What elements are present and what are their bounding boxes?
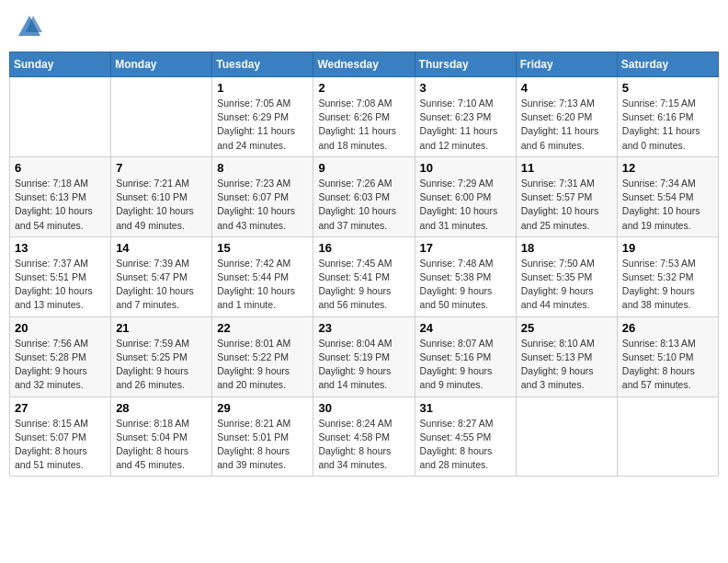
day-info: Sunrise: 8:27 AM Sunset: 4:55 PM Dayligh… [420,417,511,473]
calendar-cell: 31Sunrise: 8:27 AM Sunset: 4:55 PM Dayli… [415,396,516,477]
calendar-cell: 1Sunrise: 7:05 AM Sunset: 6:29 PM Daylig… [212,77,313,157]
day-info: Sunrise: 8:15 AM Sunset: 5:07 PM Dayligh… [15,417,106,473]
day-info: Sunrise: 7:08 AM Sunset: 6:26 PM Dayligh… [318,97,409,153]
day-number: 11 [521,161,612,175]
calendar-cell: 13Sunrise: 7:37 AM Sunset: 5:51 PM Dayli… [10,236,111,316]
calendar-cell: 24Sunrise: 8:07 AM Sunset: 5:16 PM Dayli… [415,316,516,396]
calendar-cell: 15Sunrise: 7:42 AM Sunset: 5:44 PM Dayli… [212,236,313,316]
calendar-table: SundayMondayTuesdayWednesdayThursdayFrid… [9,52,719,477]
weekday-header-thursday: Thursday [415,52,516,77]
day-info: Sunrise: 7:21 AM Sunset: 6:10 PM Dayligh… [116,177,207,233]
week-row-3: 13Sunrise: 7:37 AM Sunset: 5:51 PM Dayli… [10,236,719,316]
calendar-cell: 3Sunrise: 7:10 AM Sunset: 6:23 PM Daylig… [415,77,516,157]
day-info: Sunrise: 8:07 AM Sunset: 5:16 PM Dayligh… [420,337,511,393]
calendar-cell: 7Sunrise: 7:21 AM Sunset: 6:10 PM Daylig… [111,156,212,236]
calendar-cell: 12Sunrise: 7:34 AM Sunset: 5:54 PM Dayli… [617,156,718,236]
day-number: 10 [420,161,511,175]
weekday-header-saturday: Saturday [617,52,718,77]
day-number: 3 [420,81,511,95]
day-number: 12 [622,161,713,175]
day-info: Sunrise: 7:13 AM Sunset: 6:20 PM Dayligh… [521,97,612,153]
day-info: Sunrise: 7:15 AM Sunset: 6:16 PM Dayligh… [622,97,713,153]
day-info: Sunrise: 7:18 AM Sunset: 6:13 PM Dayligh… [15,177,106,233]
weekday-header-tuesday: Tuesday [212,52,313,77]
day-number: 24 [420,321,511,335]
calendar-cell: 26Sunrise: 8:13 AM Sunset: 5:10 PM Dayli… [617,316,718,396]
day-number: 21 [116,321,207,335]
weekday-header-wednesday: Wednesday [313,52,415,77]
calendar-cell: 6Sunrise: 7:18 AM Sunset: 6:13 PM Daylig… [10,156,111,236]
day-number: 17 [420,241,511,255]
day-info: Sunrise: 7:31 AM Sunset: 5:57 PM Dayligh… [521,177,612,233]
logo-icon [17,14,42,40]
calendar-cell: 23Sunrise: 8:04 AM Sunset: 5:19 PM Dayli… [313,316,415,396]
weekday-header-row: SundayMondayTuesdayWednesdayThursdayFrid… [10,52,719,77]
day-info: Sunrise: 8:01 AM Sunset: 5:22 PM Dayligh… [217,337,308,393]
day-info: Sunrise: 7:37 AM Sunset: 5:51 PM Dayligh… [15,257,106,313]
calendar-cell: 16Sunrise: 7:45 AM Sunset: 5:41 PM Dayli… [313,236,415,316]
day-number: 13 [15,241,106,255]
calendar-cell: 30Sunrise: 8:24 AM Sunset: 4:58 PM Dayli… [313,396,415,477]
day-number: 16 [318,241,409,255]
day-info: Sunrise: 7:59 AM Sunset: 5:25 PM Dayligh… [116,337,207,393]
day-number: 23 [318,321,409,335]
day-info: Sunrise: 7:39 AM Sunset: 5:47 PM Dayligh… [116,257,207,313]
day-info: Sunrise: 7:10 AM Sunset: 6:23 PM Dayligh… [420,97,511,153]
week-row-2: 6Sunrise: 7:18 AM Sunset: 6:13 PM Daylig… [10,156,719,236]
day-number: 29 [217,401,308,415]
day-info: Sunrise: 8:21 AM Sunset: 5:01 PM Dayligh… [217,417,308,473]
calendar-cell: 29Sunrise: 8:21 AM Sunset: 5:01 PM Dayli… [212,396,313,477]
calendar-cell: 27Sunrise: 8:15 AM Sunset: 5:07 PM Dayli… [10,396,111,477]
calendar-cell: 20Sunrise: 7:56 AM Sunset: 5:28 PM Dayli… [10,316,111,396]
day-number: 30 [318,401,409,415]
day-info: Sunrise: 7:45 AM Sunset: 5:41 PM Dayligh… [318,257,409,313]
calendar-cell [617,396,718,477]
page-header [9,9,719,44]
day-info: Sunrise: 8:13 AM Sunset: 5:10 PM Dayligh… [622,337,713,393]
day-info: Sunrise: 8:10 AM Sunset: 5:13 PM Dayligh… [521,337,612,393]
day-info: Sunrise: 8:24 AM Sunset: 4:58 PM Dayligh… [318,417,409,473]
day-info: Sunrise: 8:18 AM Sunset: 5:04 PM Dayligh… [116,417,207,473]
day-number: 20 [15,321,106,335]
week-row-5: 27Sunrise: 8:15 AM Sunset: 5:07 PM Dayli… [10,396,719,477]
day-number: 8 [217,161,308,175]
week-row-4: 20Sunrise: 7:56 AM Sunset: 5:28 PM Dayli… [10,316,719,396]
day-number: 19 [622,241,713,255]
calendar-cell: 10Sunrise: 7:29 AM Sunset: 6:00 PM Dayli… [415,156,516,236]
day-number: 2 [318,81,409,95]
day-info: Sunrise: 7:53 AM Sunset: 5:32 PM Dayligh… [622,257,713,313]
calendar-cell: 19Sunrise: 7:53 AM Sunset: 5:32 PM Dayli… [617,236,718,316]
calendar-cell: 22Sunrise: 8:01 AM Sunset: 5:22 PM Dayli… [212,316,313,396]
weekday-header-monday: Monday [111,52,212,77]
weekday-header-friday: Friday [516,52,617,77]
day-number: 15 [217,241,308,255]
day-number: 5 [622,81,713,95]
day-number: 6 [15,161,106,175]
calendar-cell: 28Sunrise: 8:18 AM Sunset: 5:04 PM Dayli… [111,396,212,477]
day-number: 27 [15,401,106,415]
calendar-cell: 9Sunrise: 7:26 AM Sunset: 6:03 PM Daylig… [313,156,415,236]
calendar-cell: 14Sunrise: 7:39 AM Sunset: 5:47 PM Dayli… [111,236,212,316]
calendar-cell: 11Sunrise: 7:31 AM Sunset: 5:57 PM Dayli… [516,156,617,236]
weekday-header-sunday: Sunday [10,52,111,77]
day-number: 7 [116,161,207,175]
week-row-1: 1Sunrise: 7:05 AM Sunset: 6:29 PM Daylig… [10,77,719,157]
calendar-cell: 17Sunrise: 7:48 AM Sunset: 5:38 PM Dayli… [415,236,516,316]
calendar-cell: 4Sunrise: 7:13 AM Sunset: 6:20 PM Daylig… [516,77,617,157]
day-info: Sunrise: 7:56 AM Sunset: 5:28 PM Dayligh… [15,337,106,393]
day-info: Sunrise: 7:26 AM Sunset: 6:03 PM Dayligh… [318,177,409,233]
day-info: Sunrise: 8:04 AM Sunset: 5:19 PM Dayligh… [318,337,409,393]
day-number: 4 [521,81,612,95]
calendar-cell [10,77,111,157]
day-number: 22 [217,321,308,335]
logo [17,14,46,40]
day-number: 9 [318,161,409,175]
calendar-cell [111,77,212,157]
calendar-cell: 8Sunrise: 7:23 AM Sunset: 6:07 PM Daylig… [212,156,313,236]
calendar-cell: 18Sunrise: 7:50 AM Sunset: 5:35 PM Dayli… [516,236,617,316]
calendar-cell [516,396,617,477]
calendar-cell: 21Sunrise: 7:59 AM Sunset: 5:25 PM Dayli… [111,316,212,396]
calendar-cell: 5Sunrise: 7:15 AM Sunset: 6:16 PM Daylig… [617,77,718,157]
day-info: Sunrise: 7:05 AM Sunset: 6:29 PM Dayligh… [217,97,308,153]
day-info: Sunrise: 7:42 AM Sunset: 5:44 PM Dayligh… [217,257,308,313]
